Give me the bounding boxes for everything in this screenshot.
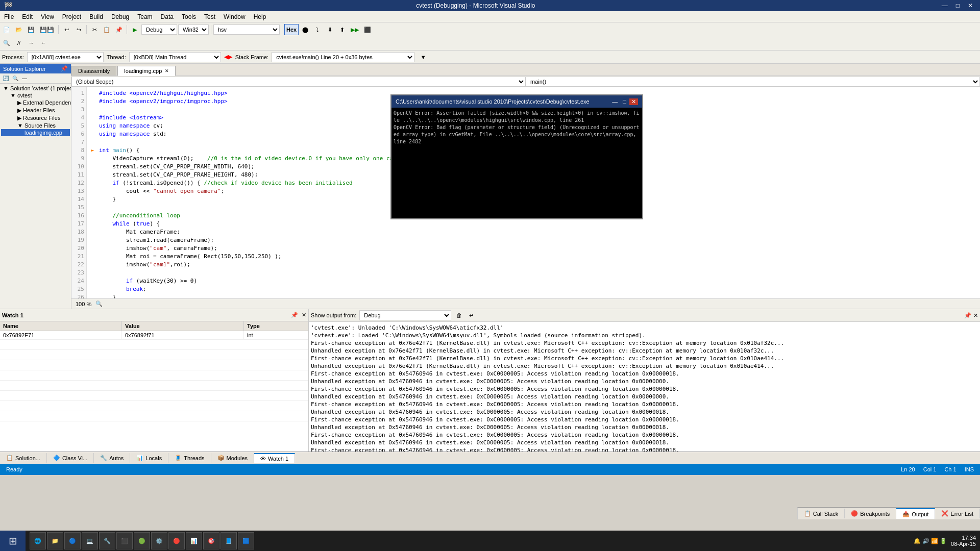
taskbar-item-2[interactable]: 🔵 bbox=[64, 532, 81, 549]
taskbar-item-9[interactable]: 📊 bbox=[186, 532, 202, 549]
save-all-btn[interactable]: 💾💾 bbox=[38, 24, 56, 35]
watch-pin-btn[interactable]: 📌 bbox=[291, 312, 298, 318]
disassembly-tab[interactable]: Disassembly bbox=[71, 66, 116, 76]
start-button[interactable]: ⊞ bbox=[0, 531, 26, 551]
redo-btn[interactable]: ↪ bbox=[73, 24, 84, 35]
taskbar-item-6[interactable]: 🟢 bbox=[134, 532, 150, 549]
menu-item-help[interactable]: Help bbox=[250, 11, 271, 22]
taskbar-item-7[interactable]: ⚙️ bbox=[151, 532, 167, 549]
taskbar-item-1[interactable]: 📁 bbox=[47, 532, 63, 549]
taskbar-item-3[interactable]: 💻 bbox=[82, 532, 98, 549]
menu-item-test[interactable]: Test bbox=[200, 11, 219, 22]
se-filter-btn[interactable]: 🔍 bbox=[11, 74, 20, 82]
console-close-btn[interactable]: ✕ bbox=[629, 98, 638, 105]
search-target-dropdown[interactable]: hsv bbox=[213, 24, 280, 35]
cut-btn[interactable]: ✂ bbox=[89, 24, 100, 35]
tree-node[interactable]: ▶ Header Files bbox=[1, 107, 70, 114]
taskbar-item-8[interactable]: 🔴 bbox=[168, 532, 185, 549]
scope-dropdown[interactable]: (Global Scope) bbox=[71, 77, 526, 87]
stack-nav-btn[interactable]: ▼ bbox=[418, 52, 429, 63]
main-file-tab[interactable]: loadingimg.cpp ✕ bbox=[117, 66, 176, 76]
tree-node[interactable]: ▶ External Dependencies bbox=[1, 99, 70, 107]
solution-explorer-pin[interactable]: 📌 bbox=[61, 65, 68, 72]
open-file-btn[interactable]: 📂 bbox=[13, 24, 24, 35]
bottom-tab-watch-1[interactable]: 👁Watch 1 bbox=[254, 453, 295, 463]
se-collapse-btn[interactable]: — bbox=[20, 74, 29, 82]
minimize-button[interactable]: — bbox=[939, 2, 951, 9]
main-file-tab-close[interactable]: ✕ bbox=[165, 68, 169, 73]
arrow-indicator bbox=[91, 179, 99, 187]
taskbar-item-4[interactable]: 🔧 bbox=[99, 532, 115, 549]
comment-btn[interactable]: // bbox=[13, 37, 24, 48]
menu-item-tools[interactable]: Tools bbox=[178, 11, 200, 22]
taskbar-item-11[interactable]: 📘 bbox=[220, 532, 237, 549]
tree-node[interactable]: loadingimg.cpp bbox=[1, 129, 70, 136]
right-tab-call-stack[interactable]: 📋Call Stack bbox=[798, 509, 845, 518]
line-number: 21 bbox=[74, 253, 84, 261]
output-wrap-btn[interactable]: ↵ bbox=[467, 311, 476, 320]
se-refresh-btn[interactable]: 🔄 bbox=[1, 74, 10, 82]
new-file-btn[interactable]: 📄 bbox=[1, 24, 12, 35]
tree-node[interactable]: ▼ Solution 'cvtest' (1 project) bbox=[1, 85, 70, 92]
watch-close-btn[interactable]: ✕ bbox=[302, 312, 306, 318]
breakpoint-btn[interactable]: ⬤ bbox=[300, 24, 311, 35]
stack-frame-dropdown[interactable]: cvtest.exe!main() Line 20 + 0x36 bytes bbox=[272, 52, 414, 62]
output-source-dropdown[interactable]: Debug bbox=[359, 310, 451, 320]
outdent-btn[interactable]: ← bbox=[38, 37, 49, 48]
thread-dropdown[interactable]: [0xBD8] Main Thread bbox=[129, 52, 221, 62]
process-dropdown[interactable]: [0x1A88] cvtest.exe bbox=[27, 52, 104, 62]
paste-btn[interactable]: 📌 bbox=[113, 24, 125, 35]
right-tab-breakpoints[interactable]: 🔴Breakpoints bbox=[845, 509, 896, 518]
bottom-tab-solution---[interactable]: 📋Solution... bbox=[0, 453, 47, 463]
menu-item-project[interactable]: Project bbox=[58, 11, 85, 22]
stop-btn[interactable]: ⬛ bbox=[362, 24, 373, 35]
taskbar-item-10[interactable]: 🎯 bbox=[203, 532, 219, 549]
taskbar-item-12[interactable]: 🟦 bbox=[238, 532, 254, 549]
right-tab-output[interactable]: 📤Output bbox=[896, 508, 935, 519]
console-minimize-btn[interactable]: — bbox=[610, 98, 620, 105]
undo-btn[interactable]: ↩ bbox=[61, 24, 72, 35]
console-maximize-btn[interactable]: □ bbox=[621, 98, 628, 105]
step-over-btn[interactable]: ⤵ bbox=[312, 24, 323, 35]
debug-config-dropdown[interactable]: Debug Release bbox=[141, 24, 177, 35]
zoom-label: 100 % bbox=[76, 301, 91, 307]
menu-item-build[interactable]: Build bbox=[85, 11, 107, 22]
bottom-tab-modules[interactable]: 📦Modules bbox=[211, 453, 255, 463]
debug-start-btn[interactable]: ▶ bbox=[129, 24, 140, 35]
bottom-tab-locals[interactable]: 📊Locals bbox=[130, 453, 168, 463]
tree-node[interactable]: ▼ cvtest bbox=[1, 92, 70, 99]
menu-item-team[interactable]: Team bbox=[133, 11, 156, 22]
copy-btn[interactable]: 📋 bbox=[101, 24, 112, 35]
menu-item-file[interactable]: File bbox=[0, 11, 18, 22]
menu-item-view[interactable]: View bbox=[37, 11, 58, 22]
code-line: imshow("cam1",roi); bbox=[91, 261, 976, 269]
find-btn[interactable]: 🔍 bbox=[1, 37, 12, 48]
output-pin-btn[interactable]: 📌 bbox=[964, 312, 971, 319]
indent-btn[interactable]: → bbox=[26, 37, 37, 48]
method-dropdown[interactable]: main() bbox=[526, 77, 980, 87]
bottom-tab-autos[interactable]: 🔧Autos bbox=[94, 453, 130, 463]
tree-node[interactable]: ▼ Source Files bbox=[1, 122, 70, 129]
maximize-button[interactable]: □ bbox=[953, 2, 963, 9]
menu-item-edit[interactable]: Edit bbox=[18, 11, 37, 22]
menu-item-debug[interactable]: Debug bbox=[107, 11, 133, 22]
tree-node[interactable]: ▶ Resource Files bbox=[1, 114, 70, 122]
watch-row[interactable]: 0x76892F71 0x76892f71 int bbox=[0, 331, 308, 340]
menu-item-data[interactable]: Data bbox=[157, 11, 178, 22]
bottom-tab-threads[interactable]: 🧵Threads bbox=[168, 453, 211, 463]
bottom-tab-class-vi---[interactable]: 🔷Class Vi... bbox=[47, 453, 94, 463]
console-line: ed array type) in cvGetMat, File ..\..\.… bbox=[394, 131, 640, 138]
continue-btn[interactable]: ▶▶ bbox=[349, 24, 361, 35]
output-close-btn[interactable]: ✕ bbox=[973, 312, 978, 319]
menu-item-window[interactable]: Window bbox=[219, 11, 250, 22]
save-btn[interactable]: 💾 bbox=[26, 24, 37, 35]
close-button[interactable]: ✕ bbox=[965, 2, 976, 9]
right-tab-error-list[interactable]: ❌Error List bbox=[935, 509, 980, 518]
step-out-btn[interactable]: ⬆ bbox=[336, 24, 348, 35]
output-clear-btn[interactable]: 🗑 bbox=[454, 311, 464, 319]
platform-dropdown[interactable]: Win32 x64 bbox=[178, 24, 209, 35]
taskbar-item-0[interactable]: 🌐 bbox=[30, 532, 46, 549]
hex-btn[interactable]: Hex bbox=[284, 24, 299, 35]
taskbar-item-5[interactable]: ⬛ bbox=[116, 532, 133, 549]
step-into-btn[interactable]: ⬇ bbox=[324, 24, 335, 35]
